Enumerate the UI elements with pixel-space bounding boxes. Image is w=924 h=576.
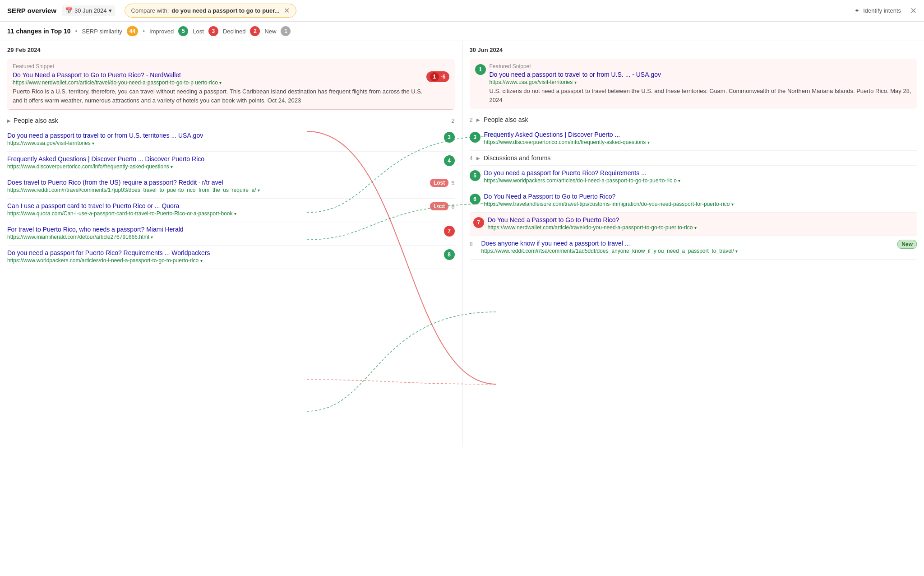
declined-badge: 2 xyxy=(250,26,260,36)
left-item-3: Do you need a passport to travel to or f… xyxy=(7,128,455,152)
right-featured-title[interactable]: Do you need a passport to travel to or f… xyxy=(490,71,912,78)
left-date: 29 Feb 2024 xyxy=(7,46,455,53)
rank-badge-7: 7 xyxy=(444,226,455,237)
item-8-title-link[interactable]: Do you need a passport for Puerto Rico? … xyxy=(7,249,440,256)
discussions-expand: ▶ xyxy=(476,156,480,161)
right-item-8: 8 Does anyone know if you need a passpor… xyxy=(470,236,917,260)
improved-label: Improved xyxy=(149,28,174,35)
right-item-8-content: Does anyone know if you need a passport … xyxy=(481,240,894,255)
right-item-7-content: Do You Need a Passport to Go to Puerto R… xyxy=(488,216,914,232)
item-4-title-link[interactable]: Frequently Asked Questions | Discover Pu… xyxy=(7,155,440,163)
item-4-url: https://www.discoverpuertorico.com/info/… xyxy=(7,163,440,170)
left-item-8: Do you need a passport for Puerto Rico? … xyxy=(7,246,455,269)
right-featured-row: 1 Featured Snippet Do you need a passpor… xyxy=(475,63,912,104)
item-4-content: Frequently Asked Questions | Discover Pu… xyxy=(7,155,440,171)
item-7-content: For travel to Puerto Rico, who needs a p… xyxy=(7,226,440,242)
item-6-badges: Lost 6 xyxy=(430,202,455,210)
lost-label: Lost xyxy=(193,28,204,35)
page-title: SERP overview xyxy=(7,7,56,14)
right-rank-badge-7: 7 xyxy=(473,217,484,228)
item-8-content: Do you need a passport for Puerto Rico? … xyxy=(7,249,440,265)
right-paa-label: People also ask xyxy=(484,116,528,123)
right-item-3-title[interactable]: Frequently Asked Questions | Discover Pu… xyxy=(484,131,917,138)
featured-label: Featured Snippet xyxy=(13,63,449,70)
item-6-url: https://www.quora.com/Can-I-use-a-passpo… xyxy=(7,210,426,217)
right-date: 30 Jun 2024 xyxy=(470,46,917,53)
right-rank-badge-3: 3 xyxy=(470,132,480,143)
lost-badge-5: Lost xyxy=(430,179,448,187)
item-7-title-link[interactable]: For travel to Puerto Rico, who needs a p… xyxy=(7,226,440,233)
expand-icon: ▶ xyxy=(7,118,11,123)
left-item-4: Frequently Asked Questions | Discover Pu… xyxy=(7,152,455,175)
selected-date: 30 Jun 2024 xyxy=(74,7,107,14)
changes-count: 11 changes in Top 10 xyxy=(7,28,71,35)
intents-icon: ✦ xyxy=(855,7,859,14)
right-item-5-url: https://www.worldpackers.com/articles/do… xyxy=(484,177,917,184)
right-item-3-url: https://www.discoverpuertorico.com/info/… xyxy=(484,139,917,145)
left-item-6: Can I use a passport card to travel to P… xyxy=(7,199,455,222)
compare-bar: Compare with: do you need a passport to … xyxy=(125,4,297,18)
item-5-title-link[interactable]: Does travel to Puerto Rico (from the US)… xyxy=(7,179,426,186)
identify-intents-button[interactable]: ✦ Identify intents xyxy=(855,7,901,14)
item-3-content: Do you need a passport to travel to or f… xyxy=(7,132,440,148)
right-featured-label: Featured Snippet xyxy=(490,63,912,70)
left-item-5: Does travel to Puerto Rico (from the US)… xyxy=(7,175,455,199)
featured-snippet-text: Puerto Rico is a U.S. territory, therefo… xyxy=(13,87,423,105)
rank-num-2: 2 xyxy=(451,117,454,124)
rank-change: -6 xyxy=(441,74,446,80)
right-item-8-title[interactable]: Does anyone know if you need a passport … xyxy=(481,240,894,247)
left-people-ask[interactable]: ▶ People also ask 2 xyxy=(7,113,455,128)
similarity-badge: 44 xyxy=(127,26,138,36)
featured-url: https://www.nerdwallet.com/article/trave… xyxy=(13,79,423,86)
new-label: New xyxy=(264,28,276,35)
item-6-title-link[interactable]: Can I use a passport card to travel to P… xyxy=(7,202,426,209)
header-close-button[interactable]: ✕ xyxy=(910,6,917,16)
lost-badge: 3 xyxy=(208,26,218,36)
new-badge: 1 xyxy=(281,26,291,36)
left-item-7: For travel to Puerto Rico, who needs a p… xyxy=(7,222,455,246)
left-featured-snippet: Featured Snippet Do You Need a Passport … xyxy=(7,59,455,110)
item-5-badges: Lost 5 xyxy=(430,179,455,187)
right-item-6-content: Do You Need a Passport to Go to Puerto R… xyxy=(484,193,917,209)
rank-badge-1: 1 -6 xyxy=(426,71,449,82)
rank-badge-4: 4 xyxy=(444,155,455,166)
rank-num: 1 xyxy=(430,72,439,81)
right-rank-8: 8 xyxy=(470,241,478,247)
right-featured-url: https://www.usa.gov/visit-territories ▾ xyxy=(490,79,912,85)
right-people-ask[interactable]: 2 ▶ People also ask xyxy=(470,112,917,127)
main-content: 29 Feb 2024 Featured Snippet Do You Need… xyxy=(0,41,924,447)
right-item-3: 3 Frequently Asked Questions | Discover … xyxy=(470,127,917,151)
improved-badge: 5 xyxy=(178,26,188,36)
identify-intents-label: Identify intents xyxy=(863,7,901,14)
item-3-title-link[interactable]: Do you need a passport to travel to or f… xyxy=(7,132,440,139)
right-item-3-content: Frequently Asked Questions | Discover Pu… xyxy=(484,131,917,147)
right-rank-2: 2 xyxy=(470,116,473,123)
right-rank-1: 1 xyxy=(475,64,486,75)
right-item-6-title[interactable]: Do You Need a Passport to Go to Puerto R… xyxy=(484,193,917,200)
featured-content: Do You Need a Passport to Go to Puerto R… xyxy=(13,71,423,105)
right-item-5: 5 Do you need a passport for Puerto Rico… xyxy=(470,166,917,189)
right-column: 30 Jun 2024 1 Featured Snippet Do you ne… xyxy=(462,41,924,447)
right-featured-snippet: 1 Featured Snippet Do you need a passpor… xyxy=(470,59,917,109)
declined-label: Declined xyxy=(223,28,246,35)
date-picker[interactable]: 📅 30 Jun 2024 ▾ xyxy=(62,5,116,16)
right-item-7-url: https://www.nerdwallet.com/article/trave… xyxy=(488,224,914,231)
right-discussions[interactable]: 4 ▶ Discussions and forums xyxy=(470,151,917,166)
rank-num-5: 5 xyxy=(451,180,454,186)
item-3-url: https://www.usa.gov/visit-territories ▾ xyxy=(7,140,440,146)
calendar-icon: 📅 xyxy=(65,7,73,14)
header: SERP overview 📅 30 Jun 2024 ▾ Compare wi… xyxy=(0,0,924,22)
right-featured-content: Featured Snippet Do you need a passport … xyxy=(490,63,912,104)
item-7-url: https://www.miamiherald.com/detour/artic… xyxy=(7,234,440,240)
right-item-6-url: https://www.travelandleisure.com/travel-… xyxy=(484,201,917,207)
discussions-label: Discussions and forums xyxy=(484,154,551,162)
people-ask-label: People also ask xyxy=(14,117,58,124)
compare-close-button[interactable]: ✕ xyxy=(284,6,290,15)
featured-title-link[interactable]: Do You Need a Passport to Go to Puerto R… xyxy=(13,71,423,79)
right-item-5-title[interactable]: Do you need a passport for Puerto Rico? … xyxy=(484,169,917,177)
right-rank-badge-6: 6 xyxy=(470,194,480,204)
item-8-url: https://www.worldpackers.com/articles/do… xyxy=(7,257,440,264)
right-item-7-title[interactable]: Do You Need a Passport to Go to Puerto R… xyxy=(488,216,914,223)
lost-badge-6: Lost xyxy=(430,202,448,210)
left-column: 29 Feb 2024 Featured Snippet Do You Need… xyxy=(0,41,462,447)
